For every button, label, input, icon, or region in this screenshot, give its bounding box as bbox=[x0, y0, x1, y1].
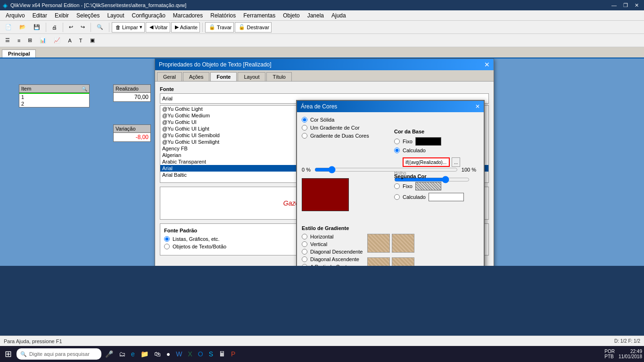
taskbar-excel-icon[interactable]: X bbox=[186, 349, 194, 359]
taskbar-store-icon[interactable]: 🛍 bbox=[152, 349, 163, 359]
menu-layout[interactable]: Layout bbox=[103, 11, 128, 20]
grad-diag-desc-radio[interactable] bbox=[302, 249, 307, 255]
print-btn[interactable]: 🖨 bbox=[49, 23, 60, 32]
taskbar-lang: POR PTB bbox=[604, 349, 615, 359]
taskbar-chrome-icon[interactable]: ● bbox=[165, 349, 172, 359]
radio-texto-input[interactable] bbox=[164, 244, 170, 249]
menu-janela[interactable]: Janela bbox=[304, 11, 328, 20]
start-button[interactable]: ⊞ bbox=[2, 349, 15, 359]
t2-btn1[interactable]: ☰ bbox=[2, 36, 13, 45]
grad-diag-asc-label: Diagonal Ascendente bbox=[310, 256, 359, 262]
t2-btn8[interactable]: ▣ bbox=[87, 36, 98, 45]
grad-swatch-4[interactable] bbox=[392, 257, 414, 266]
realizado-value: 70,00 bbox=[114, 93, 150, 101]
voltar-btn[interactable]: ◀ Voltar bbox=[146, 22, 170, 33]
travar-btn[interactable]: 🔒 Travar bbox=[205, 22, 234, 33]
redo-btn[interactable]: ↪ bbox=[77, 23, 88, 32]
cor-base-fixo-radio[interactable] bbox=[394, 139, 400, 144]
tab-acoes[interactable]: Ações bbox=[183, 72, 210, 81]
gradient-label: Estilo de Gradiente bbox=[302, 225, 481, 231]
taskbar-search-box[interactable]: 🔍 Digite aqui para pesquisar bbox=[17, 348, 101, 360]
taskbar-word-icon[interactable]: W bbox=[174, 349, 184, 359]
taskbar-outlook-icon[interactable]: O bbox=[196, 349, 205, 359]
save-btn[interactable]: 💾 bbox=[30, 23, 43, 32]
cor-base-calc-radio[interactable] bbox=[394, 148, 400, 153]
t2-btn2[interactable]: ≡ bbox=[14, 36, 24, 45]
grad-swatch-3[interactable] bbox=[367, 257, 390, 266]
t2-btn7[interactable]: T bbox=[76, 36, 86, 45]
menu-objeto[interactable]: Objeto bbox=[279, 11, 303, 20]
segunda-swatch[interactable] bbox=[415, 182, 441, 190]
menu-arquivo[interactable]: Arquivo bbox=[2, 11, 29, 20]
undo-btn[interactable]: ↩ bbox=[66, 23, 76, 32]
taskbar-search-label: Digite aqui para pesquisar bbox=[29, 351, 90, 357]
grad-swatch-1[interactable] bbox=[367, 234, 390, 253]
properties-close-btn[interactable]: ✕ bbox=[484, 61, 490, 68]
segunda-fixo-radio[interactable] bbox=[394, 183, 400, 189]
taskbar-ppt-icon[interactable]: P bbox=[229, 349, 237, 359]
grad-vertical-radio[interactable] bbox=[302, 241, 307, 247]
segunda-cor-label: Segunda Cor bbox=[394, 173, 479, 179]
gradient-section: Estilo de Gradiente Horizontal Vertical bbox=[302, 225, 481, 266]
grad-horizontal-radio[interactable] bbox=[302, 234, 307, 239]
realizado-title: Realizado bbox=[114, 85, 150, 93]
tab-titulo[interactable]: Título bbox=[266, 72, 292, 81]
taskbar-clock: 22:49 11/01/2018 bbox=[619, 349, 642, 359]
t2-btn3[interactable]: ⊞ bbox=[25, 36, 35, 45]
taskbar-calc-icon[interactable]: 🖩 bbox=[217, 349, 227, 359]
listbox-row-2[interactable]: 2 bbox=[19, 100, 89, 107]
cor-base-calc-label: Calculado bbox=[403, 148, 426, 153]
font-default-radios: Listas, Gráficos, etc. Objetos de Texto/… bbox=[164, 236, 226, 251]
trans-slider[interactable] bbox=[314, 166, 458, 173]
taskbar-files-icon[interactable]: 📁 bbox=[139, 349, 150, 359]
taskbar-view-icon[interactable]: 🗂 bbox=[117, 349, 127, 359]
taskbar-mic-icon[interactable]: 🎤 bbox=[103, 349, 115, 359]
limpar-btn[interactable]: 🗑 Limpar ▾ bbox=[112, 22, 145, 33]
tab-geral[interactable]: Geral bbox=[157, 72, 182, 81]
um-gradiente-radio[interactable] bbox=[302, 125, 307, 131]
close-btn[interactable]: ✕ bbox=[632, 2, 641, 8]
gradiente-duas-radio[interactable] bbox=[302, 133, 307, 139]
radio-listas-input[interactable] bbox=[164, 236, 170, 242]
cor-base-swatch[interactable] bbox=[415, 137, 441, 146]
search-icon[interactable]: 🔍 bbox=[82, 86, 87, 91]
t2-btn4[interactable]: 📊 bbox=[36, 36, 50, 45]
menu-exibir[interactable]: Exibir bbox=[51, 11, 73, 20]
search-btn[interactable]: 🔍 bbox=[93, 23, 107, 32]
menu-editar[interactable]: Editar bbox=[29, 11, 51, 20]
minimize-btn[interactable]: — bbox=[609, 2, 619, 8]
taskbar-edge-icon[interactable]: e bbox=[129, 349, 137, 359]
adiante-btn[interactable]: ▶ Adiante bbox=[171, 22, 200, 33]
open-btn[interactable]: 📂 bbox=[16, 23, 29, 32]
menu-selecoes[interactable]: Seleções bbox=[73, 11, 103, 20]
menu-ferramentas[interactable]: Ferramentas bbox=[239, 11, 279, 20]
menu-ajuda[interactable]: Ajuda bbox=[328, 11, 350, 20]
grad-diag-asc-radio[interactable] bbox=[302, 256, 307, 262]
taskbar-right: POR PTB 22:49 11/01/2018 bbox=[604, 349, 642, 359]
gradiente-duas-label: Gradiente de Duas Cores bbox=[310, 133, 369, 139]
segunda-calc-radio[interactable] bbox=[394, 194, 400, 200]
tab-fonte[interactable]: Fonte bbox=[210, 72, 237, 81]
tab-principal[interactable]: Principal bbox=[2, 49, 36, 58]
grad-swatch-2[interactable] bbox=[392, 234, 414, 253]
menu-configuracao[interactable]: Configuração bbox=[128, 11, 169, 20]
menu-marcadores[interactable]: Marcadores bbox=[169, 11, 206, 20]
tab-layout[interactable]: Layout bbox=[238, 72, 265, 81]
listbox-row-1[interactable]: 1 bbox=[19, 94, 89, 100]
segunda-calc-row: Calculado bbox=[394, 193, 479, 201]
cor-solida-radio[interactable] bbox=[302, 117, 307, 123]
maximize-btn[interactable]: ❐ bbox=[621, 2, 630, 8]
t2-btn5[interactable]: 📈 bbox=[50, 36, 64, 45]
properties-dialog-title: Propriedades do Objeto de Texto [Realiza… bbox=[155, 59, 494, 70]
color-dialog-close-btn[interactable]: ✕ bbox=[475, 103, 480, 110]
radio-listas: Listas, Gráficos, etc. bbox=[164, 236, 226, 242]
grad-canto-radio[interactable] bbox=[302, 264, 307, 266]
calc-expand-btn[interactable]: ... bbox=[452, 157, 460, 167]
calc-field[interactable] bbox=[403, 157, 450, 167]
new-btn[interactable]: 📄 bbox=[2, 23, 15, 32]
destravar-btn[interactable]: 🔓 Destravar bbox=[235, 22, 272, 33]
taskbar-skype-icon[interactable]: S bbox=[207, 349, 215, 359]
t2-btn6[interactable]: A bbox=[65, 36, 74, 45]
menu-relatorios[interactable]: Relatórios bbox=[206, 11, 239, 20]
calc-input-row: ... bbox=[403, 157, 460, 167]
